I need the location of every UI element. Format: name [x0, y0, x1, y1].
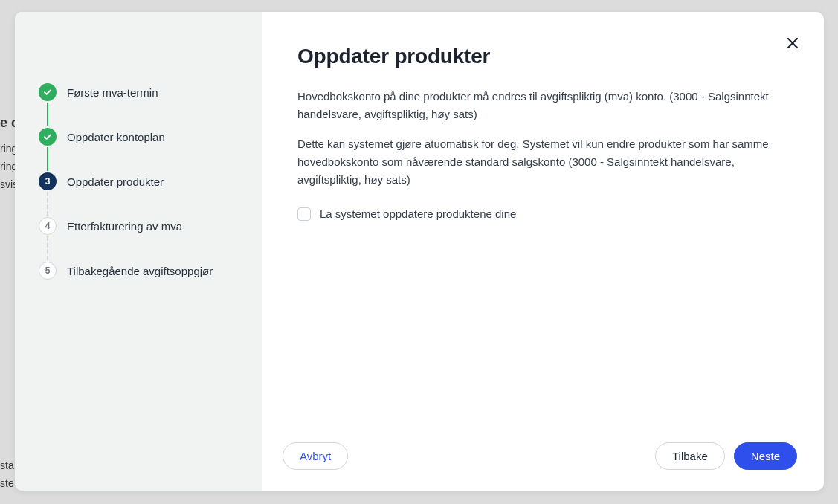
auto-update-checkbox[interactable] [297, 207, 311, 221]
modal-footer: Avbryt Tilbake Neste [262, 427, 824, 491]
step-sidebar: Første mva-termin Oppdater kontoplan 3 O… [15, 12, 262, 491]
check-icon [39, 83, 57, 101]
bg-frag: sta [0, 459, 14, 471]
modal-content: Oppdater produkter Hovedbokskonto på din… [262, 12, 824, 491]
step-4-label: Etterfakturering av mva [67, 220, 182, 233]
next-button[interactable]: Neste [734, 442, 797, 470]
auto-update-checkbox-label[interactable]: La systemet oppdatere produktene dine [320, 205, 516, 223]
step-2[interactable]: Oppdater kontoplan [39, 128, 247, 172]
paragraph-2: Dette kan systemet gjøre atuomatisk for … [297, 135, 788, 189]
auto-update-checkbox-row[interactable]: La systemet oppdatere produktene dine [297, 205, 788, 223]
step-1[interactable]: Første mva-termin [39, 83, 247, 128]
wizard-modal: Første mva-termin Oppdater kontoplan 3 O… [15, 12, 824, 491]
content-header: Oppdater produkter [262, 12, 824, 68]
close-icon [786, 36, 799, 50]
content-body: Hovedbokskonto på dine produkter må endr… [262, 68, 824, 427]
paragraph-1: Hovedbokskonto på dine produkter må endr… [297, 88, 788, 123]
bg-frag: ste [0, 477, 14, 489]
close-button[interactable] [782, 33, 803, 54]
step-1-label: Første mva-termin [67, 86, 158, 99]
step-4[interactable]: 4 Etterfakturering av mva [39, 217, 247, 262]
step-3-label: Oppdater produkter [67, 175, 164, 188]
step-5-badge: 5 [39, 262, 57, 280]
step-3[interactable]: 3 Oppdater produkter [39, 172, 247, 217]
step-2-label: Oppdater kontoplan [67, 131, 165, 143]
cancel-button[interactable]: Avbryt [283, 442, 348, 470]
check-icon [39, 128, 57, 146]
back-button[interactable]: Tilbake [655, 442, 725, 470]
step-3-badge: 3 [39, 172, 57, 190]
modal-title: Oppdater produkter [297, 45, 788, 68]
step-4-badge: 4 [39, 217, 57, 235]
step-5-label: Tilbakegående avgiftsoppgjør [67, 265, 213, 277]
step-5[interactable]: 5 Tilbakegående avgiftsoppgjør [39, 262, 247, 280]
